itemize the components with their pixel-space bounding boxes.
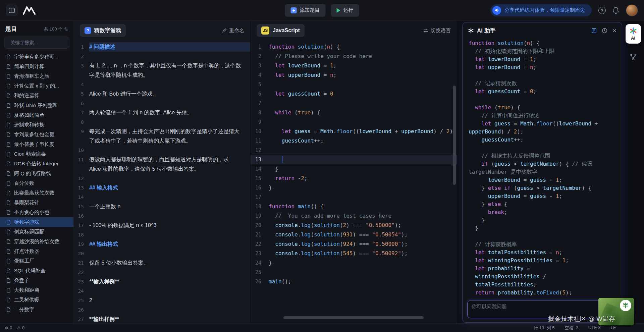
code-line[interactable]: 2 // Please write your code here (251, 52, 457, 61)
sidebar-item[interactable]: 大数和距离 (0, 285, 73, 295)
problem-line[interactable]: 26 (74, 305, 250, 315)
problem-line[interactable]: 16 (74, 211, 250, 221)
problem-line[interactable]: 19## 输出格式 (74, 239, 250, 249)
search-box[interactable] (4, 37, 69, 49)
cursor-position[interactable]: 行 13, 列 5 (534, 325, 554, 331)
problem-line[interactable]: 8 (74, 117, 250, 127)
problem-line[interactable]: 17- 100% 的数据满足 n ≤ 10^3 (74, 221, 250, 230)
sidebar-item[interactable]: 暴雨梨花针 (0, 198, 73, 208)
code-line[interactable]: 10 let guess = Math.floor((lowerBound + … (251, 127, 457, 136)
promo-banner[interactable]: 分享代码练习体验，领限量定制周边 (490, 4, 592, 16)
ai-toolbar-button[interactable]: AI (626, 24, 641, 44)
close-icon[interactable]: × (612, 27, 616, 34)
help-icon[interactable]: ? (598, 7, 606, 14)
sidebar-item[interactable]: 字符串有多少种可... (0, 52, 73, 62)
sidebar-item[interactable]: 比赛最高获胜次数 (0, 188, 73, 198)
problem-line[interactable]: 21保留 5 位小数输出答案。 (74, 258, 250, 268)
sidebar-item[interactable]: 打点计数器 (0, 246, 73, 256)
run-button[interactable]: 运行 (331, 4, 359, 17)
code-line[interactable]: 9 (251, 117, 457, 127)
code-line[interactable]: 8 while (true) { (251, 108, 457, 117)
problem-line[interactable]: 20 (74, 249, 250, 258)
problem-line[interactable]: 1# 问题描述 (74, 42, 250, 52)
problem-line[interactable]: 22 (74, 268, 250, 277)
code-line[interactable]: 24} (251, 258, 457, 268)
sidebar-toggle-button[interactable] (6, 5, 17, 16)
sidebar-item[interactable]: 及格如此简单 (0, 110, 73, 120)
warning-indicator[interactable]: ⚠ 0 (17, 325, 24, 330)
indentation[interactable]: 空格: 2 (565, 325, 578, 331)
code-line[interactable]: 6 let guessCount = 0 (251, 89, 457, 99)
switch-language-button[interactable]: 切换语言 (423, 27, 451, 34)
code-line[interactable]: 17 (251, 192, 457, 202)
rename-button[interactable]: 重命名 (222, 27, 244, 34)
code-line[interactable]: 4 let upperBound = n; (251, 70, 457, 80)
problem-line[interactable]: 2 (74, 52, 250, 61)
horizontal-scrollbar[interactable] (283, 316, 424, 319)
sidebar-item[interactable]: 阿 Q 的飞行路线 (0, 169, 73, 178)
code-line[interactable]: 16} (251, 183, 457, 192)
sort-icon[interactable] (64, 27, 68, 31)
language-tab[interactable]: JS JavaScript (257, 24, 305, 37)
problem-line[interactable]: 12 (74, 174, 250, 183)
notification-icon[interactable] (612, 7, 619, 14)
sidebar-item[interactable]: 最小替换子串长度 (0, 140, 73, 149)
sidebar-item[interactable]: 进制求和转换 (0, 120, 73, 130)
problem-line[interactable]: 6 (74, 99, 250, 108)
code-line[interactable]: 1function solution(n) { (251, 42, 457, 52)
code-line[interactable]: 13 (251, 155, 457, 164)
code-line[interactable]: 21 console.log(solution(931) === "0.5005… (251, 230, 457, 239)
code-line[interactable]: 23 console.log(solution(545) === "0.5009… (251, 249, 457, 258)
sidebar-item[interactable]: 蛋糕工厂 (0, 256, 73, 266)
sidebar-item[interactable]: 拿到最多红包金额 (0, 130, 73, 140)
code-line[interactable]: 5 (251, 80, 457, 89)
problem-line[interactable]: 252 (74, 296, 250, 305)
problem-line[interactable]: 3有 1, 2,..., n ，n 个数字，其中且仅有一个数字是中奖的，这个数字… (74, 61, 250, 80)
problem-line[interactable]: 15一个正整数 n (74, 202, 250, 211)
code-line[interactable]: 3 let lowerBound = 1; (251, 61, 457, 70)
problem-line[interactable]: 10 (74, 146, 250, 155)
problem-line[interactable]: 7两人轮流猜一个 1 到 n 的数字, Alice 先猜。 (74, 108, 250, 117)
code-line[interactable]: 22 console.log(solution(924) === "0.5000… (251, 239, 457, 249)
code-line[interactable]: 18function main() { (251, 202, 457, 211)
code-line[interactable]: 25 (251, 268, 457, 277)
sidebar-item[interactable]: SQL 代码补全 (0, 266, 73, 276)
search-input[interactable] (10, 40, 71, 45)
export-icon[interactable] (591, 28, 597, 34)
sidebar-item[interactable]: 计算位置 x 到 y 的... (0, 81, 73, 91)
code-line[interactable]: 11 guessCount++; (251, 136, 457, 146)
sidebar-item[interactable]: 环状 DNA 序列整理 (0, 101, 73, 110)
code-line[interactable]: 19 // You can add more test cases here (251, 211, 457, 221)
error-indicator[interactable]: ⊗ 0 (5, 325, 12, 330)
sidebar-item[interactable]: 创意标题匹配 (0, 227, 73, 237)
sidebar-item[interactable]: 简单四则计算 (0, 62, 73, 71)
problem-line[interactable]: 13## 输入格式 (74, 183, 250, 192)
history-icon[interactable] (602, 28, 607, 34)
code-line[interactable]: 15 return -2; (251, 174, 457, 183)
sidebar-item[interactable]: 二叉树供暖 (0, 295, 73, 305)
sidebar-item[interactable]: 和的逆运算 (0, 91, 73, 101)
sidebar-item[interactable]: 穿越沙漠的补给次数 (0, 237, 73, 246)
eol[interactable]: LF (611, 325, 616, 331)
sidebar-item[interactable]: 二分数字 (0, 305, 73, 315)
sidebar-item[interactable]: 叠盘子 (0, 276, 73, 285)
problem-line[interactable]: 24 (74, 286, 250, 296)
problem-line[interactable]: 14 (74, 192, 250, 202)
problem-line[interactable]: 18 (74, 230, 250, 239)
editor-lines[interactable]: 1function solution(n) {2 // Please write… (251, 40, 457, 323)
sidebar-item[interactable]: Cion 勒索病毒 (0, 149, 73, 159)
problem-line[interactable]: 9每完成一次猜测，主持会大声说出刚刚的数字是猜小了还是猜大了或者猜中了，若猜中则… (74, 127, 250, 146)
sidebar-item[interactable]: RGB 色值转 Integer (0, 159, 73, 169)
encoding[interactable]: UTF-8 (588, 325, 601, 331)
code-line[interactable]: 14 } (251, 164, 457, 174)
problem-line[interactable]: 5Alice 和 Bob 进行一个游戏。 (74, 89, 250, 99)
avatar[interactable] (626, 4, 638, 16)
problem-line[interactable]: 23**输入样例** (74, 277, 250, 286)
code-line[interactable]: 26main(); (251, 277, 457, 286)
problem-tab[interactable]: ? 猜数字游戏 (80, 24, 126, 37)
trophy-icon[interactable] (629, 53, 637, 61)
add-problem-button[interactable]: + 添加题目 (285, 4, 326, 17)
problem-lines[interactable]: 1# 问题描述2 3有 1, 2,..., n ，n 个数字，其中且仅有一个数字… (74, 40, 250, 323)
code-line[interactable]: 12 (251, 146, 457, 155)
problem-line[interactable]: 4 (74, 80, 250, 89)
